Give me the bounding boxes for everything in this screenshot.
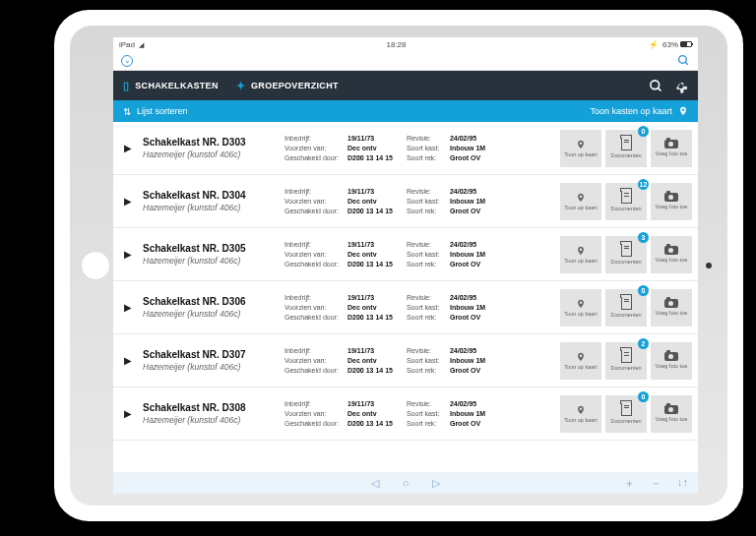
add-button[interactable]: ＋ — [624, 476, 635, 491]
svg-point-4 — [679, 84, 683, 88]
expand-icon[interactable]: ▶ — [113, 228, 143, 280]
sort-icon[interactable]: ⇅ — [123, 106, 131, 117]
camera-icon — [664, 193, 678, 202]
document-icon — [621, 138, 632, 150]
svg-point-0 — [679, 56, 687, 64]
tab-schakelkasten[interactable]: ▯SCHAKELKASTEN — [123, 80, 219, 92]
bottom-toolbar: ◁ ○ ▷ ＋ － ↓↑ — [113, 472, 698, 494]
map-toggle-label[interactable]: Toon kasten op kaart — [590, 106, 672, 116]
search-button[interactable] — [677, 54, 690, 67]
add-photo-button[interactable]: Voeg foto toe — [651, 236, 692, 273]
doc-count-badge: 0 — [638, 285, 649, 296]
doc-count-badge: 2 — [638, 338, 649, 349]
svg-line-1 — [685, 62, 688, 65]
cabinet-title: Schakelkast NR. D303 — [143, 137, 277, 148]
bluetooth-icon: ⚡ — [649, 40, 659, 49]
svg-line-3 — [658, 88, 661, 90]
doc-count-badge: 12 — [638, 179, 649, 190]
cabinet-row[interactable]: ▶ Schakelkast NR. D304 Hazemeijer (kunst… — [113, 175, 698, 228]
show-on-map-button[interactable]: Toon op kaart — [560, 395, 601, 433]
cabinet-subtitle: Hazemeijer (kunstof 406c) — [143, 362, 277, 372]
doc-count-badge: 0 — [638, 126, 649, 137]
doc-count-badge: 3 — [638, 232, 649, 243]
expand-icon[interactable]: ▶ — [113, 175, 143, 227]
status-bar: iPad 18:28 ⚡63% — [113, 37, 698, 51]
expand-icon[interactable]: ▶ — [113, 122, 143, 174]
cabinet-title: Schakelkast NR. D306 — [143, 296, 277, 307]
settings-button[interactable] — [673, 79, 688, 93]
show-on-map-button[interactable]: Toon op kaart — [560, 236, 601, 273]
battery-icon — [680, 41, 692, 47]
add-photo-button[interactable]: Voeg foto toe — [651, 289, 692, 327]
sort-bar: ⇅ Lijst sorteren Toon kasten op kaart — [113, 100, 698, 122]
cabinet-row[interactable]: ▶ Schakelkast NR. D308 Hazemeijer (kunst… — [113, 387, 698, 441]
expand-icon[interactable]: ▶ — [113, 281, 143, 333]
add-photo-button[interactable]: Voeg foto toe — [651, 342, 692, 380]
camera-icon — [664, 140, 678, 149]
refresh-button[interactable]: ⌄ — [121, 55, 133, 67]
ipad-camera — [706, 263, 712, 268]
nav-forward-button[interactable]: ▷ — [432, 477, 440, 490]
add-photo-button[interactable]: Voeg foto toe — [651, 395, 692, 433]
cabinet-title: Schakelkast NR. D307 — [143, 349, 277, 360]
doc-count-badge: 0 — [638, 391, 649, 402]
cabinet-title: Schakelkast NR. D304 — [143, 190, 277, 201]
cabinet-row[interactable]: ▶ Schakelkast NR. D305 Hazemeijer (kunst… — [113, 228, 698, 281]
documents-button[interactable]: 12 Documenten — [605, 183, 647, 220]
cabinet-title: Schakelkast NR. D305 — [143, 243, 277, 254]
cabinet-subtitle: Hazemeijer (kunstof 406c) — [143, 415, 277, 425]
camera-icon — [664, 299, 678, 308]
group-icon: ✦ — [236, 80, 245, 92]
documents-button[interactable]: 0 Documenten — [605, 395, 647, 433]
tab-groepoverzicht[interactable]: ✦GROEPOVERZICHT — [236, 80, 339, 92]
camera-icon — [664, 352, 678, 361]
nav-bar: ▯SCHAKELKASTEN ✦GROEPOVERZICHT — [113, 71, 698, 100]
camera-icon — [664, 246, 678, 255]
reorder-button[interactable]: ↓↑ — [677, 476, 688, 491]
show-on-map-button[interactable]: Toon op kaart — [560, 342, 601, 380]
clock: 18:28 — [386, 40, 406, 49]
nav-back-button[interactable]: ◁ — [371, 477, 379, 490]
cabinet-title: Schakelkast NR. D308 — [143, 402, 277, 413]
show-on-map-button[interactable]: Toon op kaart — [560, 130, 601, 167]
show-on-map-button[interactable]: Toon op kaart — [560, 289, 601, 327]
ipad-home-button[interactable] — [81, 251, 110, 280]
show-on-map-button[interactable]: Toon op kaart — [560, 183, 601, 220]
nav-home-button[interactable]: ○ — [403, 477, 410, 489]
cabinet-row[interactable]: ▶ Schakelkast NR. D303 Hazemeijer (kunst… — [113, 122, 698, 175]
cabinet-subtitle: Hazemeijer (kunstof 406c) — [143, 149, 277, 159]
expand-icon[interactable]: ▶ — [113, 387, 143, 440]
sort-label[interactable]: Lijst sorteren — [137, 106, 188, 116]
nav-search-button[interactable] — [649, 79, 663, 93]
cabinet-subtitle: Hazemeijer (kunstof 406c) — [143, 203, 277, 212]
expand-icon[interactable]: ▶ — [113, 334, 143, 387]
battery-percent: 63% — [662, 40, 678, 49]
documents-button[interactable]: 0 Documenten — [605, 289, 647, 327]
cabinet-list[interactable]: ▶ Schakelkast NR. D303 Hazemeijer (kunst… — [113, 122, 698, 472]
document-icon — [621, 403, 632, 416]
document-icon — [621, 191, 632, 204]
cabinet-subtitle: Hazemeijer (kunstof 406c) — [143, 309, 277, 319]
cabinet-subtitle: Hazemeijer (kunstof 406c) — [143, 256, 277, 266]
app-toolbar: ⌄ — [113, 51, 698, 71]
cabinet-icon: ▯ — [123, 80, 129, 92]
wifi-icon — [139, 40, 144, 49]
documents-button[interactable]: 3 Documenten — [605, 236, 647, 273]
remove-button[interactable]: － — [651, 476, 662, 491]
cabinet-row[interactable]: ▶ Schakelkast NR. D306 Hazemeijer (kunst… — [113, 281, 698, 334]
cabinet-row[interactable]: ▶ Schakelkast NR. D307 Hazemeijer (kunst… — [113, 334, 698, 387]
documents-button[interactable]: 0 Documenten — [605, 130, 647, 167]
document-icon — [621, 297, 632, 310]
device-label: iPad — [119, 40, 135, 49]
document-icon — [621, 244, 632, 257]
map-pin-icon[interactable] — [678, 105, 688, 117]
add-photo-button[interactable]: Voeg foto toe — [651, 183, 692, 220]
svg-point-2 — [651, 80, 660, 89]
camera-icon — [664, 405, 678, 414]
document-icon — [621, 350, 632, 363]
documents-button[interactable]: 2 Documenten — [605, 342, 647, 380]
add-photo-button[interactable]: Voeg foto toe — [651, 130, 692, 167]
